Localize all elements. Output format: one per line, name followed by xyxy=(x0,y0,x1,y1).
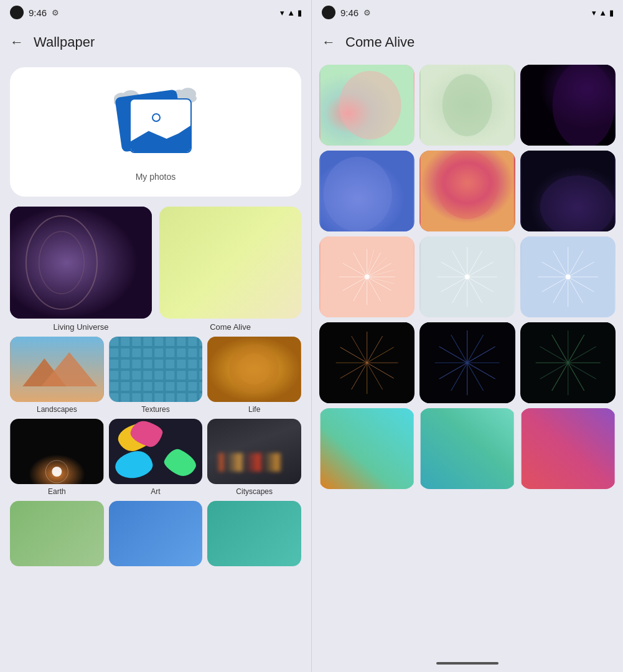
wallpaper-item-1[interactable] xyxy=(319,65,415,146)
wallpaper-item-12[interactable] xyxy=(520,322,616,403)
status-icons-right: ▾ ▲ ▮ xyxy=(592,8,613,17)
partial1-thumb xyxy=(10,501,104,566)
battery-icon-left: ▮ xyxy=(297,8,301,17)
come-alive-thumb xyxy=(159,207,301,319)
wallpaper-item-7[interactable] xyxy=(319,236,415,317)
wallpaper-item-14[interactable] xyxy=(419,408,515,489)
time-left: 9:46 xyxy=(29,7,47,18)
art-label: Art xyxy=(151,487,160,496)
time-right: 9:46 xyxy=(340,7,358,18)
svg-point-26 xyxy=(552,65,614,146)
home-bar xyxy=(436,662,499,665)
wallpaper-item-13[interactable] xyxy=(319,408,415,489)
category-item-textures[interactable]: Textures xyxy=(109,337,203,414)
back-button-left[interactable]: ← xyxy=(10,35,24,49)
life-label: Life xyxy=(248,405,260,414)
cityscapes-thumb xyxy=(207,419,301,484)
category-item-landscapes[interactable]: Landscapes xyxy=(10,337,104,414)
city-lights xyxy=(207,453,301,472)
wallpaper-item-11[interactable] xyxy=(419,322,515,403)
art-thumb xyxy=(109,419,203,484)
category-partial-3[interactable] xyxy=(207,501,301,566)
svg-point-28 xyxy=(324,157,392,231)
svg-rect-14 xyxy=(109,337,202,402)
featured-categories: Living Universe Come Alive xyxy=(10,207,301,332)
photo-icon xyxy=(112,87,199,162)
splash4 xyxy=(162,446,200,480)
wallpaper-item-2[interactable] xyxy=(419,65,515,146)
partial2-thumb xyxy=(109,501,203,566)
category-grid-row2: Earth Art C xyxy=(10,419,301,496)
camera-dot-right xyxy=(322,6,335,19)
wallpaper-item-8[interactable] xyxy=(419,236,515,317)
category-partial-1[interactable] xyxy=(10,501,104,566)
living-universe-bg xyxy=(10,207,152,319)
page-title-left: Wallpaper xyxy=(34,34,95,50)
status-icons-left: ▾ ▲ ▮ xyxy=(280,8,301,17)
come-alive-label: Come Alive xyxy=(210,322,251,332)
wallpaper-item-6[interactable] xyxy=(520,151,616,231)
cityscapes-label: Cityscapes xyxy=(236,487,273,496)
svg-rect-120 xyxy=(521,408,614,489)
wallpaper-item-4[interactable] xyxy=(319,151,415,231)
category-partial-2[interactable] xyxy=(109,501,203,566)
landscapes-thumb xyxy=(10,337,104,402)
category-item-living-universe[interactable]: Living Universe xyxy=(10,207,152,332)
wifi-icon-right: ▾ xyxy=(592,8,596,17)
home-indicator xyxy=(312,655,623,672)
right-content xyxy=(312,60,623,655)
wallpaper-item-15[interactable] xyxy=(520,408,616,489)
signal-icon-right: ▲ xyxy=(599,8,607,17)
textures-thumb xyxy=(109,337,203,402)
svg-rect-118 xyxy=(321,408,414,489)
signal-icon-left: ▲ xyxy=(287,8,295,17)
earth-thumb xyxy=(10,419,104,484)
art-splash-bg xyxy=(109,419,203,484)
wallpaper-item-3[interactable] xyxy=(520,65,616,146)
battery-icon-right: ▮ xyxy=(609,8,613,17)
wifi-icon-left: ▾ xyxy=(280,8,284,17)
category-item-cityscapes[interactable]: Cityscapes xyxy=(207,419,301,496)
category-item-come-alive[interactable]: Come Alive xyxy=(159,207,301,332)
left-panel: 9:46 ⚙ ▾ ▲ ▮ ← Wallpaper xyxy=(0,0,311,672)
photo-circle xyxy=(152,113,161,122)
my-photos-label: My photos xyxy=(136,172,176,182)
life-thumb xyxy=(207,337,301,402)
category-item-art[interactable]: Art xyxy=(109,419,203,496)
back-button-right[interactable]: ← xyxy=(322,35,335,49)
svg-rect-119 xyxy=(421,408,514,489)
app-bar-right: ← Come Alive xyxy=(312,25,623,60)
city-bg xyxy=(207,419,301,484)
come-alive-bg xyxy=(159,207,301,319)
right-panel: 9:46 ⚙ ▾ ▲ ▮ ← Come Alive xyxy=(311,0,623,672)
svg-point-19 xyxy=(52,467,62,477)
earth-label: Earth xyxy=(48,487,66,496)
category-grid-partial xyxy=(10,501,301,566)
wallpaper-item-5[interactable] xyxy=(419,151,515,231)
my-photos-card[interactable]: My photos xyxy=(10,67,301,197)
status-bar-right: 9:46 ⚙ ▾ ▲ ▮ xyxy=(312,0,623,25)
settings-icon-left: ⚙ xyxy=(52,8,59,17)
svg-point-24 xyxy=(443,74,492,136)
wallpaper-item-10[interactable] xyxy=(319,322,415,403)
category-grid-row1: Landscapes Textures xyxy=(10,337,301,414)
left-content: My photos xyxy=(0,60,311,672)
photo-front xyxy=(129,98,192,153)
landscapes-label: Landscapes xyxy=(37,405,77,414)
status-left: 9:46 ⚙ xyxy=(10,6,59,19)
svg-point-17 xyxy=(239,353,270,385)
living-universe-label: Living Universe xyxy=(54,322,109,332)
splash3 xyxy=(113,449,154,481)
textures-label: Textures xyxy=(141,405,169,414)
partial3-thumb xyxy=(207,501,301,566)
svg-point-30 xyxy=(436,151,499,219)
status-bar-left: 9:46 ⚙ ▾ ▲ ▮ xyxy=(0,0,311,25)
category-item-earth[interactable]: Earth xyxy=(10,419,104,496)
category-item-life[interactable]: Life xyxy=(207,337,301,414)
wallpaper-grid xyxy=(319,65,616,489)
wallpaper-item-9[interactable] xyxy=(520,236,616,317)
svg-point-22 xyxy=(339,71,401,139)
settings-icon-right: ⚙ xyxy=(363,8,371,17)
status-left-right: 9:46 ⚙ xyxy=(322,6,371,19)
living-universe-thumb xyxy=(10,207,152,319)
